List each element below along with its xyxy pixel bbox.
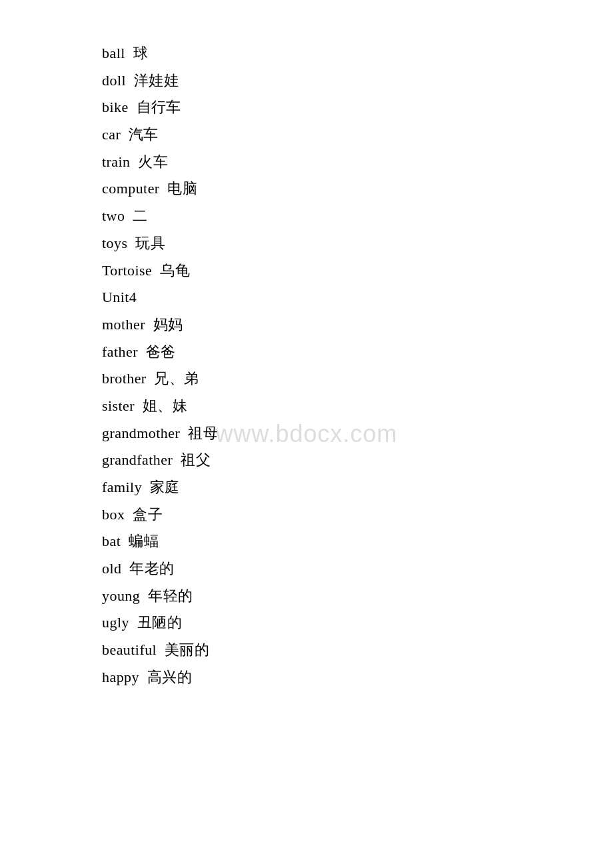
- list-item: car 汽车: [102, 121, 613, 149]
- page-content: ball 球doll 洋娃娃bike 自行车car 汽车train 火车comp…: [0, 0, 613, 731]
- list-item: grandmother 祖母: [102, 420, 613, 447]
- list-item: doll 洋娃娃: [102, 67, 613, 95]
- list-item: box 盒子: [102, 501, 613, 529]
- list-item: bat 蝙蝠: [102, 528, 613, 555]
- list-item: beautiful 美丽的: [102, 637, 613, 664]
- list-item: young 年轻的: [102, 583, 613, 610]
- list-item: bike 自行车: [102, 94, 613, 121]
- list-item: father 爸爸: [102, 339, 613, 366]
- list-item: toys 玩具: [102, 230, 613, 257]
- list-item: old 年老的: [102, 555, 613, 583]
- list-item: brother 兄、弟: [102, 365, 613, 393]
- list-item: grandfather 祖父: [102, 447, 613, 474]
- list-item: Tortoise 乌龟: [102, 257, 613, 285]
- list-item: Unit4: [102, 284, 613, 311]
- list-item: ugly 丑陋的: [102, 609, 613, 637]
- list-item: happy 高兴的: [102, 664, 613, 691]
- list-item: train 火车: [102, 149, 613, 176]
- vocab-list: ball 球doll 洋娃娃bike 自行车car 汽车train 火车comp…: [102, 40, 613, 691]
- list-item: computer 电脑: [102, 175, 613, 203]
- list-item: sister 姐、妹: [102, 393, 613, 420]
- list-item: mother 妈妈: [102, 311, 613, 339]
- list-item: ball 球: [102, 40, 613, 67]
- list-item: family 家庭: [102, 474, 613, 501]
- list-item: two 二: [102, 203, 613, 230]
